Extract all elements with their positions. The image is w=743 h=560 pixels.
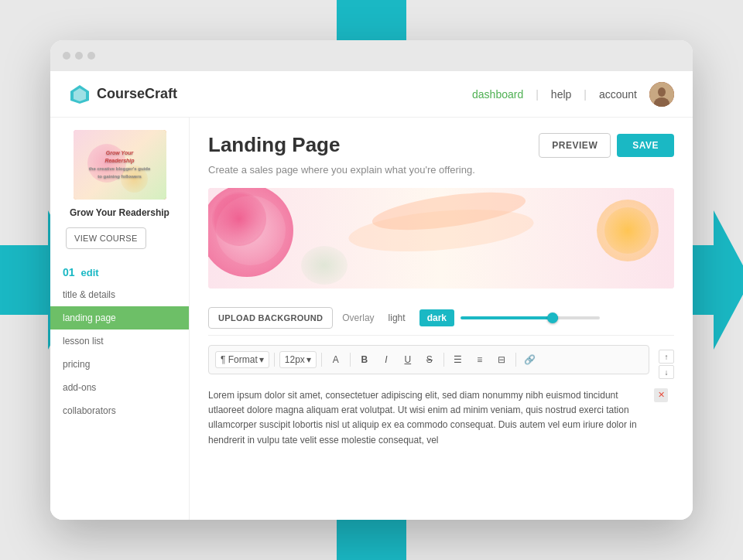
format-btn-strikethrough[interactable]: S — [420, 350, 439, 369]
format-toolbar: ¶ Format ▾ 12px ▾ A — [208, 345, 649, 374]
move-up-button[interactable]: ↑ — [659, 350, 674, 364]
course-thumb-text: Grow YourReadershipthe creative blogger'… — [86, 146, 153, 183]
section-number: 01 — [63, 266, 75, 278]
sidebar-item-title-details[interactable]: title & details — [50, 283, 189, 306]
format-divider-4 — [443, 353, 444, 367]
course-thumbnail: Grow YourReadershipthe creative blogger'… — [74, 130, 166, 200]
sidebar-item-lesson-list[interactable]: lesson list — [50, 330, 189, 353]
overlay-slider[interactable] — [461, 316, 600, 319]
nav-help[interactable]: help — [551, 88, 571, 101]
format-btn-numbered-list[interactable]: ≡ — [471, 350, 489, 369]
format-btn-bold[interactable]: B — [355, 350, 374, 369]
overlay-dark-option[interactable]: dark — [419, 309, 454, 326]
app-header: CourseCraft dashboard | help | account — [50, 71, 693, 118]
move-down-button[interactable]: ↓ — [659, 365, 674, 379]
font-size-arrow: ▾ — [306, 354, 311, 365]
scene: CourseCraft dashboard | help | account — [0, 0, 743, 560]
format-select-arrow: ▾ — [259, 354, 264, 365]
overlay-light-option[interactable]: light — [381, 309, 413, 326]
overlay-label: Overlay — [342, 312, 374, 323]
course-title: Grow Your Readership — [50, 207, 189, 227]
sidebar-item-add-ons[interactable]: add-ons — [50, 376, 189, 399]
slider-thumb[interactable] — [547, 312, 558, 323]
lorem-text: Lorem ipsum dolor sit amet, consectetuer… — [208, 390, 637, 446]
banner-image — [208, 188, 674, 289]
format-btn-font-color[interactable]: A — [327, 350, 345, 369]
format-divider-1 — [274, 353, 275, 367]
delete-block-button[interactable]: ✕ — [654, 388, 668, 402]
nav-divider-2: | — [584, 88, 587, 101]
section-label: edit — [81, 267, 99, 278]
format-divider-2 — [321, 353, 322, 367]
content-area: Landing Page PREVIEW SAVE Create a sales… — [190, 118, 693, 520]
dot-minimize — [75, 52, 83, 60]
dot-close — [63, 52, 70, 60]
sidebar: Grow YourReadershipthe creative blogger'… — [50, 118, 190, 520]
sidebar-item-landing-page[interactable]: landing page — [50, 306, 189, 330]
main-layout: Grow YourReadershipthe creative blogger'… — [50, 118, 693, 520]
sidebar-item-pricing[interactable]: pricing — [50, 353, 189, 376]
app-container: CourseCraft dashboard | help | account — [50, 71, 693, 520]
upload-background-button[interactable]: UPLOAD BACKGROUND — [208, 307, 333, 329]
format-divider-5 — [515, 353, 516, 367]
logo-icon — [69, 84, 91, 105]
format-btn-italic[interactable]: I — [377, 350, 395, 369]
page-subtitle: Create a sales page where you explain wh… — [208, 164, 674, 176]
preview-button[interactable]: PREVIEW — [539, 133, 611, 158]
sidebar-item-collaborators[interactable]: collaborators — [50, 399, 189, 422]
text-content-area: Lorem ipsum dolor sit amet, consectetuer… — [208, 382, 649, 454]
browser-chrome — [50, 40, 693, 71]
format-btn-bullet-list[interactable]: ☰ — [449, 350, 467, 369]
browser-window: CourseCraft dashboard | help | account — [50, 40, 693, 520]
page-actions: PREVIEW SAVE — [539, 133, 674, 158]
format-divider-3 — [350, 353, 351, 367]
avatar-image — [649, 82, 674, 107]
format-btn-link[interactable]: 🔗 — [521, 350, 539, 369]
font-size-value: 12px — [285, 354, 305, 365]
page-header: Landing Page PREVIEW SAVE — [208, 133, 674, 158]
format-btn-underline[interactable]: U — [399, 350, 417, 369]
overlay-toolbar: UPLOAD BACKGROUND Overlay light dark — [208, 301, 674, 336]
svg-point-3 — [658, 87, 666, 97]
format-select[interactable]: ¶ Format ▾ — [215, 351, 269, 368]
logo: CourseCraft — [69, 84, 177, 105]
header-nav: dashboard | help | account — [472, 82, 674, 107]
nav-divider-1: | — [536, 88, 539, 101]
save-button[interactable]: SAVE — [617, 134, 674, 157]
nav-account[interactable]: account — [599, 88, 637, 101]
page-title: Landing Page — [208, 133, 539, 157]
avatar[interactable] — [649, 82, 674, 107]
section-header: 01 edit — [50, 261, 189, 283]
view-course-button[interactable]: VIEW COURSE — [66, 227, 146, 249]
format-select-value: ¶ Format — [221, 354, 258, 365]
browser-dots — [63, 52, 95, 60]
font-size-select[interactable]: 12px ▾ — [279, 351, 317, 368]
dot-maximize — [87, 52, 95, 60]
logo-text: CourseCraft — [97, 86, 177, 102]
format-btn-align[interactable]: ⊟ — [492, 350, 511, 369]
nav-dashboard[interactable]: dashboard — [472, 88, 523, 101]
block-reorder-panel: ↑ ↓ — [659, 350, 674, 379]
